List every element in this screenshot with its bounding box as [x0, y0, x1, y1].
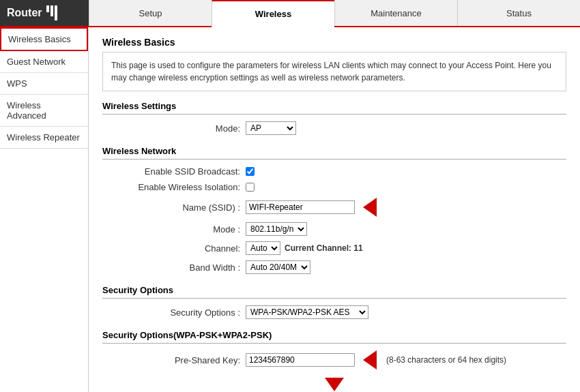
psk-arrow-icon: [363, 350, 377, 370]
psk-hint: (8-63 characters or 64 hex digits): [386, 355, 506, 365]
bandwidth-select[interactable]: Auto 20/40M 20M 40M: [246, 260, 310, 274]
wireless-settings-section: Wireless Settings Mode: AP Client WDS AP: [102, 101, 566, 135]
page-title: Wireless Basics: [102, 37, 566, 48]
page-description: This page is used to configure the param…: [102, 52, 566, 91]
security-wpa-title: Security Options(WPA-PSK+WPA2-PSK): [102, 330, 566, 344]
channel-row: Channel: Auto 1234 5678 91011 Current Ch…: [102, 241, 566, 255]
wireless-network-section: Wireless Network Enable SSID Broadcast: …: [102, 146, 566, 274]
ssid-broadcast-label: Enable SSID Broadcast:: [102, 166, 246, 177]
logo-bar-1: [46, 5, 49, 12]
mode-control: AP Client WDS AP: [246, 121, 296, 135]
bandwidth-label: Band Width :: [102, 262, 246, 273]
sidebar-item-wireless-basics[interactable]: Wireless Basics: [0, 27, 88, 51]
ssid-broadcast-checkbox[interactable]: [246, 167, 255, 176]
apply-down-arrow-icon: [325, 378, 344, 391]
mode-label: Mode:: [102, 123, 246, 134]
network-mode-select[interactable]: 802.11b/g/n 802.11b 802.11g 802.11n: [246, 222, 307, 236]
channel-label: Channel:: [102, 243, 246, 254]
security-options-label: Security Options :: [102, 307, 246, 318]
wireless-isolation-control: [246, 183, 255, 192]
security-options-row: Security Options : WPA-PSK/WPA2-PSK AES …: [102, 305, 566, 319]
network-mode-control: 802.11b/g/n 802.11b 802.11g 802.11n: [246, 222, 307, 236]
button-area: Apply Cancel: [102, 376, 566, 392]
tab-setup[interactable]: Setup: [89, 0, 212, 26]
apply-arrow-wrapper: Apply Cancel: [282, 376, 386, 392]
sidebar-item-wps[interactable]: WPS: [0, 73, 88, 95]
security-options-control: WPA-PSK/WPA2-PSK AES None WEP WPA-PSK WP…: [246, 305, 368, 319]
psk-input[interactable]: [246, 353, 355, 367]
header: Router Setup Wireless Maintenance Status: [0, 0, 580, 27]
mode-row: Mode: AP Client WDS AP: [102, 121, 566, 135]
sidebar-item-wireless-advanced[interactable]: Wireless Advanced: [0, 95, 88, 127]
ssid-arrow-icon: [363, 198, 377, 217]
wireless-isolation-row: Enable Wireless Isolation:: [102, 182, 566, 192]
ssid-broadcast-control: [246, 167, 255, 176]
ssid-broadcast-row: Enable SSID Broadcast:: [102, 166, 566, 177]
channel-select[interactable]: Auto 1234 5678 91011: [246, 241, 280, 255]
logo-area: Router: [0, 0, 89, 26]
security-options-section: Security Options Security Options : WPA-…: [102, 285, 566, 319]
current-channel-label: Current Channel: 11: [285, 243, 363, 253]
network-mode-row: Mode : 802.11b/g/n 802.11b 802.11g 802.1…: [102, 222, 566, 236]
wireless-settings-title: Wireless Settings: [102, 101, 566, 115]
tab-status[interactable]: Status: [457, 0, 580, 26]
sidebar: Wireless Basics Guest Network WPS Wirele…: [0, 27, 89, 392]
ssid-label: Name (SSID) :: [102, 202, 246, 213]
tab-wireless[interactable]: Wireless: [212, 0, 334, 27]
logo-bar-3: [55, 5, 57, 20]
mode-select[interactable]: AP Client WDS AP: [246, 121, 296, 135]
wireless-isolation-checkbox[interactable]: [246, 183, 255, 192]
logo-text: Router: [7, 7, 42, 19]
wireless-isolation-label: Enable Wireless Isolation:: [102, 182, 246, 192]
security-wpa-section: Security Options(WPA-PSK+WPA2-PSK) Pre-S…: [102, 330, 566, 392]
ssid-control: [246, 198, 377, 217]
security-options-select[interactable]: WPA-PSK/WPA2-PSK AES None WEP WPA-PSK WP…: [246, 305, 368, 319]
logo-icon: [46, 5, 57, 20]
main-layout: Wireless Basics Guest Network WPS Wirele…: [0, 27, 580, 392]
channel-control: Auto 1234 5678 91011 Current Channel: 11: [246, 241, 363, 255]
content-area: Wireless Basics This page is used to con…: [89, 27, 580, 392]
bandwidth-control: Auto 20/40M 20M 40M: [246, 260, 310, 274]
tab-maintenance[interactable]: Maintenance: [334, 0, 457, 26]
psk-label: Pre-Shared Key:: [102, 355, 246, 365]
sidebar-item-guest-network[interactable]: Guest Network: [0, 51, 88, 73]
network-mode-label: Mode :: [102, 224, 246, 235]
security-options-title: Security Options: [102, 285, 566, 299]
ssid-row: Name (SSID) :: [102, 198, 566, 217]
nav-tabs: Setup Wireless Maintenance Status: [89, 0, 580, 26]
sidebar-item-wireless-repeater[interactable]: Wireless Repeater: [0, 127, 88, 149]
psk-row: Pre-Shared Key: (8-63 characters or 64 h…: [102, 350, 566, 370]
psk-control: (8-63 characters or 64 hex digits): [246, 350, 506, 370]
logo-bar-2: [50, 5, 53, 16]
ssid-input[interactable]: [246, 200, 355, 214]
bandwidth-row: Band Width : Auto 20/40M 20M 40M: [102, 260, 566, 274]
wireless-network-title: Wireless Network: [102, 146, 566, 160]
